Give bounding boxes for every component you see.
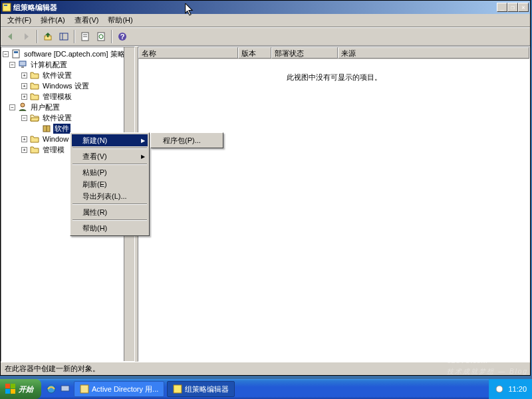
titlebar[interactable]: 组策略编辑器 _ ❐ ✕ bbox=[1, 1, 530, 14]
col-name[interactable]: 名称 bbox=[138, 47, 238, 59]
quick-launch bbox=[45, 383, 71, 395]
svg-rect-15 bbox=[21, 66, 24, 68]
desktop-icon[interactable] bbox=[59, 383, 71, 395]
package-icon bbox=[41, 124, 51, 133]
windows-logo-icon bbox=[5, 384, 16, 394]
system-tray[interactable]: 11:20 bbox=[489, 379, 532, 399]
empty-message: 此视图中没有可显示的项目。 bbox=[138, 72, 529, 82]
back-button[interactable] bbox=[3, 29, 18, 44]
folder-open-icon bbox=[29, 113, 39, 122]
folder-icon bbox=[29, 134, 39, 144]
svg-text:?: ? bbox=[120, 33, 125, 41]
ctx-paste[interactable]: 粘贴(P) bbox=[72, 166, 148, 178]
svg-rect-1 bbox=[4, 5, 7, 6]
start-button[interactable]: 开始 bbox=[0, 379, 41, 399]
window-title: 组策略编辑器 bbox=[13, 3, 497, 13]
collapse-icon[interactable]: − bbox=[9, 104, 15, 110]
ctx-export[interactable]: 导出列表(L)... bbox=[72, 190, 148, 202]
maximize-button[interactable]: ❐ bbox=[507, 3, 518, 12]
toolbar-sep bbox=[37, 30, 38, 43]
properties-button[interactable] bbox=[78, 29, 92, 44]
collapse-icon[interactable]: − bbox=[3, 51, 9, 57]
tree-item[interactable]: +管理模板 bbox=[3, 91, 134, 102]
user-icon bbox=[17, 102, 27, 112]
help-button[interactable]: ? bbox=[115, 29, 130, 44]
minimize-button[interactable]: _ bbox=[497, 3, 507, 12]
ctx-sep bbox=[72, 164, 147, 165]
ie-icon[interactable] bbox=[45, 383, 57, 395]
refresh-button[interactable] bbox=[94, 29, 108, 44]
context-submenu: 程序包(P)... bbox=[150, 132, 223, 148]
ctx-view[interactable]: 查看(V)▶ bbox=[72, 150, 148, 162]
tree-root[interactable]: −software [DC.aptech.com] 策略 bbox=[3, 49, 134, 59]
svg-point-27 bbox=[496, 386, 503, 392]
collapse-icon[interactable]: − bbox=[21, 115, 27, 121]
toolbar: ? bbox=[1, 27, 530, 46]
menu-help[interactable]: 帮助(H) bbox=[104, 14, 136, 27]
show-hide-button[interactable] bbox=[57, 29, 71, 44]
tree-computer-config[interactable]: −计算机配置 bbox=[3, 59, 134, 70]
tree-item[interactable]: +Windows 设置 bbox=[3, 80, 134, 91]
context-menu: 新建(N)▶ 查看(V)▶ 粘贴(P) 刷新(E) 导出列表(L)... 属性(… bbox=[70, 132, 150, 236]
collapse-icon[interactable]: − bbox=[9, 62, 15, 68]
submenu-arrow-icon: ▶ bbox=[141, 138, 145, 144]
svg-point-16 bbox=[21, 103, 25, 107]
expand-icon[interactable]: + bbox=[21, 94, 27, 100]
expand-icon[interactable]: + bbox=[21, 83, 27, 89]
menu-action[interactable]: 操作(A) bbox=[37, 14, 69, 27]
list-header: 名称 版本 部署状态 来源 bbox=[138, 47, 529, 59]
svg-rect-24 bbox=[61, 386, 69, 391]
folder-icon bbox=[29, 92, 39, 101]
taskbar: 开始 Active Directory 用... 组策略编辑器 11:20 bbox=[0, 379, 532, 399]
svg-rect-14 bbox=[19, 61, 26, 66]
ctx-properties[interactable]: 属性(R) bbox=[72, 206, 148, 218]
menu-view[interactable]: 查看(V) bbox=[70, 14, 103, 27]
tray-icon bbox=[495, 384, 504, 394]
svg-rect-19 bbox=[5, 384, 10, 388]
tree-user-config[interactable]: −用户配置 bbox=[3, 102, 134, 112]
folder-icon bbox=[29, 81, 39, 90]
col-version[interactable]: 版本 bbox=[238, 47, 271, 59]
svg-rect-20 bbox=[11, 384, 15, 388]
menu-file[interactable]: 文件(F) bbox=[3, 14, 35, 27]
close-button[interactable]: ✕ bbox=[518, 3, 529, 12]
forward-button[interactable] bbox=[19, 29, 34, 44]
clock: 11:20 bbox=[508, 385, 527, 393]
folder-icon bbox=[29, 70, 39, 80]
expand-icon[interactable]: + bbox=[21, 136, 27, 142]
ctx-sep bbox=[72, 219, 147, 221]
svg-rect-26 bbox=[174, 385, 182, 393]
ctx-sep bbox=[72, 203, 147, 205]
statusbar: 在此容器中创建一新的对象。 bbox=[1, 362, 530, 375]
list-pane[interactable]: 名称 版本 部署状态 来源 此视图中没有可显示的项目。 bbox=[138, 47, 530, 362]
tree-item[interactable]: −软件设置 bbox=[3, 112, 134, 123]
gpedit-icon bbox=[173, 384, 182, 394]
taskbar-app-gpedit[interactable]: 组策略编辑器 bbox=[167, 381, 235, 397]
window-controls: _ ❐ ✕ bbox=[497, 3, 529, 12]
svg-rect-3 bbox=[60, 33, 68, 40]
taskbar-app-ad[interactable]: Active Directory 用... bbox=[74, 381, 164, 397]
expand-icon[interactable]: + bbox=[21, 72, 27, 78]
policy-icon bbox=[11, 49, 21, 59]
svg-rect-0 bbox=[3, 3, 11, 11]
ctx-help[interactable]: 帮助(H) bbox=[72, 222, 148, 234]
ctx-new-package[interactable]: 程序包(P)... bbox=[152, 134, 221, 146]
svg-rect-22 bbox=[11, 389, 15, 394]
toolbar-sep bbox=[74, 30, 75, 43]
svg-rect-12 bbox=[13, 50, 19, 58]
up-button[interactable] bbox=[41, 29, 55, 44]
submenu-arrow-icon: ▶ bbox=[141, 154, 145, 160]
svg-rect-21 bbox=[5, 389, 10, 394]
col-deploy[interactable]: 部署状态 bbox=[271, 47, 338, 59]
svg-rect-13 bbox=[14, 51, 18, 53]
computer-icon bbox=[17, 60, 27, 69]
status-text: 在此容器中创建一新的对象。 bbox=[5, 364, 100, 374]
toolbar-sep bbox=[111, 30, 112, 43]
tree-item[interactable]: +软件设置 bbox=[3, 70, 134, 80]
expand-icon[interactable]: + bbox=[21, 147, 27, 153]
svg-rect-25 bbox=[80, 385, 88, 393]
ctx-new[interactable]: 新建(N)▶ bbox=[72, 134, 148, 146]
col-source[interactable]: 来源 bbox=[338, 47, 529, 59]
ctx-refresh[interactable]: 刷新(E) bbox=[72, 178, 148, 190]
menubar: 文件(F) 操作(A) 查看(V) 帮助(H) bbox=[1, 14, 530, 27]
